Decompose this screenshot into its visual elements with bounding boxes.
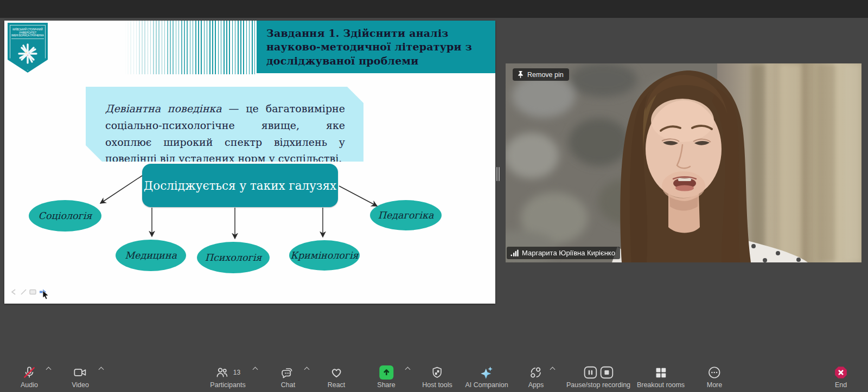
participants-icon: [215, 365, 229, 380]
slide-title: Завдання 1. Здійснити аналіз науково-мет…: [266, 27, 487, 68]
slide-title-box: Завдання 1. Здійснити аналіз науково-мет…: [257, 21, 495, 73]
end-call-icon: [834, 365, 848, 380]
university-logo: КИЇВСЬКИЙ СТОЛИЧНИЙ УНІВЕРСИТЕТ ІМЕНІ БО…: [8, 23, 48, 73]
shield-icon: [431, 365, 444, 380]
diagram-root-box: Досліджується у таких галузях: [142, 164, 338, 207]
window-top-bar: [0, 0, 868, 18]
pin-icon: [517, 70, 524, 79]
share-options-caret[interactable]: [404, 366, 411, 372]
diagram-node-psychology: Психологія: [197, 242, 270, 273]
prev-slide-icon[interactable]: [10, 288, 18, 295]
share-button[interactable]: Share: [377, 365, 395, 389]
apps-icon: [529, 365, 543, 380]
participants-count-badge: 13: [233, 369, 240, 376]
participants-options-caret[interactable]: [251, 366, 259, 372]
audio-button[interactable]: Audio: [21, 365, 38, 389]
diagram-node-pedagogy: Педагогіка: [370, 200, 442, 230]
participant-name-tag: Маргарита Юріївна Кирієнко: [507, 247, 620, 259]
video-button[interactable]: Video: [72, 365, 89, 389]
panel-resize-handle[interactable]: [496, 167, 501, 181]
apps-options-caret[interactable]: [548, 366, 556, 372]
chat-icon: [281, 365, 296, 380]
diagram-node-criminology: Кримінологія: [289, 240, 360, 271]
definition-callout: Девіантна поведінка — це багатовимірне с…: [86, 87, 363, 162]
header-stripes-decoration: [125, 21, 255, 74]
breakout-rooms-icon: [654, 366, 667, 380]
slide-panel-icon[interactable]: [29, 288, 37, 295]
camera-icon: [73, 365, 88, 380]
breakout-rooms-button[interactable]: Breakout rooms: [637, 365, 685, 389]
chat-options-caret[interactable]: [303, 366, 310, 372]
mouse-cursor: [42, 291, 49, 300]
diagram-node-medicine: Медицина: [116, 240, 186, 271]
remove-pin-button[interactable]: Remove pin: [513, 68, 569, 81]
record-button[interactable]: Pause/stop recording: [566, 365, 630, 389]
pen-icon[interactable]: [20, 288, 28, 295]
audio-level-icon: [510, 249, 519, 256]
react-button[interactable]: React: [328, 365, 346, 389]
share-screen-icon: [379, 365, 393, 380]
university-logo-text: КИЇВСЬКИЙ СТОЛИЧНИЙ УНІВЕРСИТЕТ ІМЕНІ БО…: [11, 28, 44, 39]
stop-recording-icon: [599, 365, 614, 380]
apps-button[interactable]: Apps: [528, 365, 544, 389]
pause-recording-icon: [583, 365, 597, 380]
participant-video-feed: [506, 63, 861, 262]
audio-options-caret[interactable]: [44, 366, 52, 372]
ai-companion-button[interactable]: AI Companion: [465, 365, 508, 389]
microphone-muted-icon: [22, 365, 36, 380]
shared-presentation-slide: КИЇВСЬКИЙ СТОЛИЧНИЙ УНІВЕРСИТЕТ ІМЕНІ БО…: [4, 21, 495, 304]
more-button[interactable]: More: [707, 365, 722, 389]
video-options-caret[interactable]: [97, 366, 105, 372]
diagram-node-sociology: Соціологія: [29, 200, 101, 232]
university-emblem-icon: [16, 41, 40, 66]
host-tools-button[interactable]: Host tools: [422, 365, 452, 389]
heart-icon: [329, 365, 344, 380]
more-ellipsis-icon: [707, 365, 722, 380]
definition-text: Девіантна поведінка — це багатовимірне с…: [105, 100, 345, 167]
participants-button[interactable]: 13 Participants: [210, 365, 245, 389]
chat-button[interactable]: Chat: [281, 365, 296, 389]
ai-sparkle-icon: [480, 365, 494, 380]
pinned-video-tile[interactable]: Remove pin Маргарита Юріївна Кирієнко: [506, 63, 861, 262]
end-meeting-button[interactable]: End: [834, 365, 848, 389]
